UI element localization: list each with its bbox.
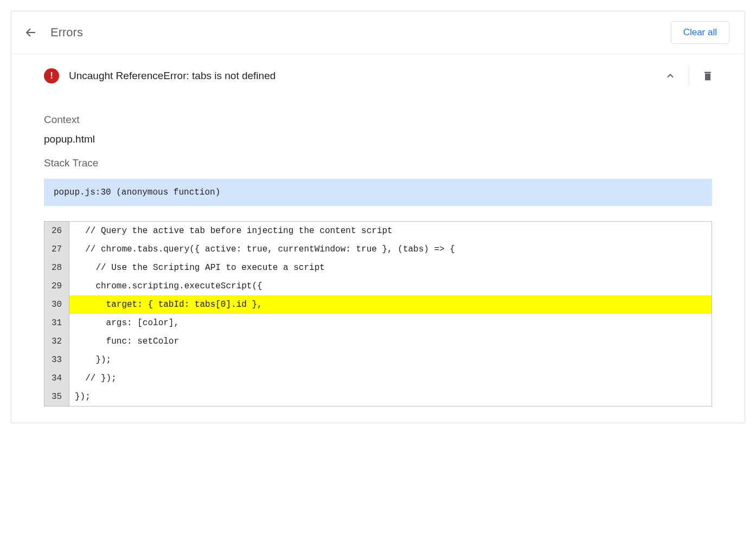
line-number: 30 [44, 295, 69, 314]
code-content: // Query the active tab before injecting… [69, 222, 712, 241]
error-icon: ! [44, 68, 59, 83]
error-body: Context popup.html Stack Trace popup.js:… [11, 98, 745, 423]
trash-icon [702, 70, 713, 82]
code-line: 31 args: [color], [44, 314, 712, 332]
code-line: 29 chrome.scripting.executeScript({ [44, 277, 712, 295]
errors-panel: Errors Clear all ! Uncaught ReferenceErr… [11, 11, 745, 423]
code-line: 28 // Use the Scripting API to execute a… [44, 259, 712, 277]
error-header-row: ! Uncaught ReferenceError: tabs is not d… [11, 54, 745, 98]
code-content: func: setColor [69, 332, 712, 351]
header-left: Errors [24, 25, 83, 40]
code-viewer: 26 // Query the active tab before inject… [44, 221, 712, 406]
line-number: 27 [44, 240, 69, 259]
back-button[interactable] [24, 26, 37, 39]
clear-all-button[interactable]: Clear all [671, 21, 729, 44]
collapse-button[interactable] [655, 64, 685, 88]
code-content: target: { tabId: tabs[0].id }, [69, 295, 712, 314]
line-number: 29 [44, 277, 69, 295]
code-line: 35}); [44, 388, 712, 406]
line-number: 33 [44, 351, 69, 369]
code-content: args: [color], [69, 314, 712, 332]
chevron-up-icon [665, 70, 676, 81]
code-line: 27 // chrome.tabs.query({ active: true, … [44, 240, 712, 259]
action-divider [689, 66, 689, 86]
line-number: 32 [44, 332, 69, 351]
code-line: 34 // }); [44, 369, 712, 388]
line-number: 26 [44, 222, 69, 241]
delete-button[interactable] [693, 64, 723, 88]
code-content: }); [69, 388, 712, 406]
code-line: 32 func: setColor [44, 332, 712, 351]
line-number: 35 [44, 388, 69, 406]
svg-rect-2 [705, 74, 710, 81]
svg-rect-1 [704, 72, 711, 74]
code-line: 30 target: { tabId: tabs[0].id }, [44, 295, 712, 314]
context-value: popup.html [44, 133, 712, 145]
panel-header: Errors Clear all [11, 11, 745, 54]
context-label: Context [44, 114, 712, 126]
line-number: 28 [44, 259, 69, 277]
code-content: // }); [69, 369, 712, 388]
code-line: 33 }); [44, 351, 712, 369]
line-number: 34 [44, 369, 69, 388]
code-line: 26 // Query the active tab before inject… [44, 222, 712, 241]
line-number: 31 [44, 314, 69, 332]
error-icon-wrap: ! [44, 68, 59, 83]
code-content: // chrome.tabs.query({ active: true, cur… [69, 240, 712, 259]
code-content: // Use the Scripting API to execute a sc… [69, 259, 712, 277]
error-actions [655, 64, 723, 88]
stack-trace-label: Stack Trace [44, 157, 712, 169]
code-content: chrome.scripting.executeScript({ [69, 277, 712, 295]
error-message: Uncaught ReferenceError: tabs is not def… [69, 70, 655, 82]
arrow-left-icon [24, 25, 37, 40]
code-content: }); [69, 351, 712, 369]
page-title: Errors [50, 25, 83, 40]
stack-frame[interactable]: popup.js:30 (anonymous function) [44, 179, 712, 206]
